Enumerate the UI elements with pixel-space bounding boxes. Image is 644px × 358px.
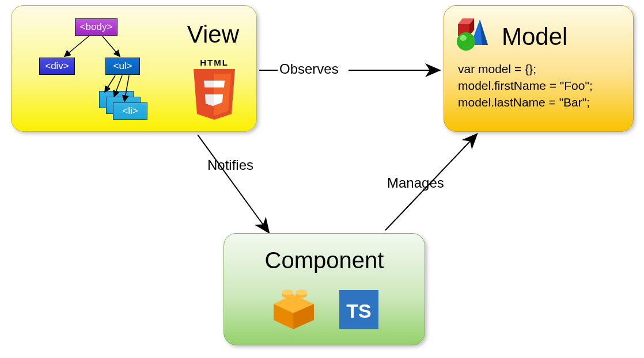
dom-body-node: <body>	[75, 18, 118, 36]
svg-text:HTML: HTML	[200, 58, 229, 67]
svg-line-5	[103, 36, 120, 56]
lego-icon	[270, 287, 317, 333]
code-line-3: model.lastName = "Bar";	[458, 94, 593, 111]
view-title: View	[187, 21, 239, 48]
svg-point-23	[296, 290, 307, 295]
edge-manages-label: Manages	[387, 175, 444, 191]
svg-line-4	[65, 36, 89, 56]
component-node: Component TS	[223, 233, 425, 345]
dom-div-node: <div>	[39, 58, 75, 75]
dom-li-stack: <li>	[99, 91, 150, 122]
edge-notifies-label: Notifies	[207, 157, 253, 173]
svg-line-2	[198, 135, 268, 232]
code-line-2: model.firstName = "Foo";	[458, 78, 593, 94]
svg-point-22	[282, 290, 293, 295]
shapes-icon	[453, 14, 495, 55]
model-node: Model var model = {}; model.firstName = …	[444, 5, 634, 132]
edge-observes-label: Observes	[279, 61, 339, 77]
code-line-1: var model = {};	[458, 61, 593, 78]
component-title: Component	[224, 247, 425, 273]
svg-text:TS: TS	[346, 300, 371, 322]
typescript-icon: TS	[339, 290, 378, 329]
view-node: View <body> <div> <ul> <li> HTML	[11, 5, 257, 132]
dom-ul-node: <ul>	[105, 58, 140, 75]
component-icons: TS	[224, 287, 425, 333]
model-title: Model	[502, 23, 567, 51]
svg-point-16	[460, 35, 467, 41]
svg-point-15	[457, 32, 475, 51]
model-code: var model = {}; model.firstName = "Foo";…	[458, 61, 593, 111]
svg-line-6	[105, 75, 115, 92]
html5-icon: HTML	[188, 56, 241, 125]
dom-li-node: <li>	[113, 102, 147, 120]
